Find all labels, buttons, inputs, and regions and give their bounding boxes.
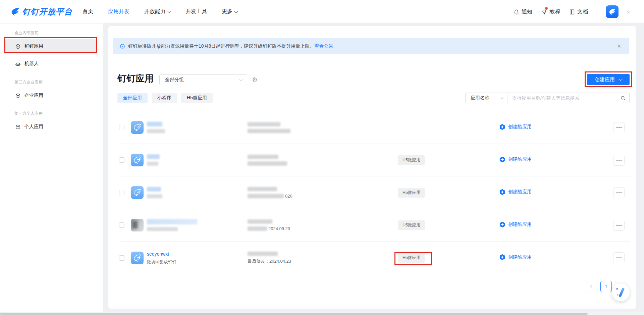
app-list: 创建酷应用 H5微应用: [108, 111, 636, 274]
banner-text: 钉钉标准版开放能力资源用量将于10月8日起进行调整，建议升级钉钉版本提升用量上限…: [128, 43, 314, 49]
h5-app-badge: H5微应用: [398, 220, 425, 230]
row-checkbox[interactable]: [119, 190, 124, 195]
nav-item-open-capability[interactable]: 开放能力: [144, 8, 171, 15]
user-avatar[interactable]: [606, 5, 619, 18]
row-checkbox[interactable]: [119, 255, 124, 261]
app-type-column: H5微应用: [388, 220, 496, 230]
notifications-button[interactable]: 通知: [513, 8, 532, 15]
create-app-button[interactable]: 创建应用: [587, 74, 630, 85]
blurred-meta: [248, 219, 272, 224]
tutorial-button[interactable]: 教程: [541, 8, 560, 15]
bell-icon: [513, 9, 520, 15]
dingtalk-open-platform-page: 钉钉开放平台 首页 应用开发 开放能力 开发工具 更多 通知 教程 文档: [0, 0, 644, 315]
app-name-column: [147, 219, 248, 231]
search-input[interactable]: [507, 95, 616, 101]
table-row: 020 H5微应用 创建酷应用: [119, 176, 630, 209]
blurred-meta: [248, 194, 284, 198]
modified-date: 最后修改：2024.04.23: [248, 258, 291, 264]
dingtalk-logo[interactable]: 钉钉开放平台: [10, 6, 72, 17]
create-cool-app-link[interactable]: 创建酷应用: [499, 189, 532, 195]
sidebar-item-enterprise-app[interactable]: 企业应用: [5, 89, 96, 103]
logo-text: 钉钉开放平台: [22, 6, 72, 17]
pagination-page-1[interactable]: 1: [600, 281, 612, 292]
modified-date: 2024.09.23: [268, 226, 290, 231]
create-cool-app-link[interactable]: 创建酷应用: [499, 254, 532, 260]
cube-icon: [15, 93, 21, 99]
h5-app-badge: H5微应用: [398, 253, 425, 263]
dingtalk-wing-icon: [608, 8, 616, 16]
chevron-left-icon: [590, 285, 593, 288]
sidebar-item-dingtalk-app[interactable]: 钉钉应用: [5, 39, 96, 53]
chevron-down-icon: [167, 9, 171, 13]
close-icon[interactable]: ×: [617, 43, 621, 49]
search-icon: [620, 95, 626, 101]
info-icon: [120, 44, 125, 49]
row-more-button[interactable]: [613, 155, 625, 166]
search-button[interactable]: [616, 95, 629, 101]
app-icon: [131, 252, 144, 264]
create-cool-app-link[interactable]: 创建酷应用: [499, 221, 532, 228]
cool-app-column: 创建酷应用: [496, 189, 563, 197]
tab-mini-program[interactable]: 小程序: [152, 93, 177, 103]
gear-icon[interactable]: ⚙: [252, 76, 258, 84]
horizontal-scrollbar[interactable]: [0, 312, 644, 315]
tab-h5-app[interactable]: H5微应用: [181, 93, 213, 103]
magic-wand-icon: [619, 287, 625, 297]
blurred-meta: [248, 129, 290, 133]
row-checkbox[interactable]: [119, 157, 124, 163]
search-field-select[interactable]: 应用名称: [466, 95, 507, 101]
document-icon: [569, 9, 575, 15]
nav-item-app-dev[interactable]: 应用开发: [108, 8, 129, 15]
banner-announcement-link[interactable]: 查看公告: [314, 43, 333, 49]
h5-app-badge: H5微应用: [398, 188, 425, 198]
cool-app-column: 创建酷应用: [496, 254, 563, 262]
tab-all-apps[interactable]: 全部应用: [117, 93, 148, 103]
blurred-app-name: [147, 154, 160, 159]
page-title: 钉钉应用: [117, 72, 154, 85]
nav-item-more[interactable]: 更多: [222, 8, 237, 15]
create-cool-app-link[interactable]: 创建酷应用: [499, 156, 532, 163]
blurred-meta: [248, 252, 278, 256]
row-more-button[interactable]: [613, 252, 625, 263]
row-more-button[interactable]: [613, 187, 625, 198]
app-subtitle: 微协同集成钉钉: [147, 259, 248, 265]
group-filter-select[interactable]: 全部分组: [159, 74, 247, 85]
cool-app-icon: [499, 221, 505, 228]
docs-button[interactable]: 文档: [569, 8, 588, 15]
dingtalk-wing-icon: [133, 156, 142, 164]
cool-app-icon: [499, 254, 505, 260]
notice-banner: 钉钉标准版开放能力资源用量将于10月8日起进行调整，建议升级钉钉版本提升用量上限…: [113, 38, 629, 54]
blurred-app-subtitle: [147, 162, 158, 166]
top-navbar: 钉钉开放平台 首页 应用开发 开放能力 开发工具 更多 通知 教程 文档: [0, 0, 644, 23]
row-checkbox[interactable]: [119, 222, 124, 228]
sidebar-item-robot[interactable]: 机器人: [5, 57, 96, 71]
navbar-right: 通知 教程 文档: [513, 0, 630, 23]
table-row: 创建酷应用: [119, 111, 630, 144]
create-cool-app-link[interactable]: 创建酷应用: [499, 124, 532, 130]
row-more-button[interactable]: [613, 122, 625, 133]
blurred-app-subtitle: [147, 194, 162, 198]
table-row: 2024.09.23 H5微应用 创建酷应用: [119, 209, 630, 242]
chevron-down-icon[interactable]: [627, 9, 630, 13]
row-more-button[interactable]: [613, 220, 625, 231]
nav-item-home[interactable]: 首页: [83, 8, 93, 15]
chevron-down-icon: [239, 77, 243, 81]
ai-assistant-button[interactable]: ✦: [612, 283, 630, 301]
blurred-meta: [248, 161, 287, 166]
table-row: H5微应用 创建酷应用: [119, 144, 630, 176]
app-type-column: H5微应用: [388, 253, 496, 263]
sidebar-item-personal-app[interactable]: 个人应用: [5, 120, 96, 134]
cool-app-icon: [499, 189, 505, 195]
row-checkbox[interactable]: [119, 125, 124, 130]
app-name-column: [147, 154, 248, 166]
nav-item-dev-tools[interactable]: 开发工具: [185, 8, 207, 15]
scrollbar-thumb[interactable]: [0, 313, 588, 315]
blurred-meta: [248, 155, 278, 159]
app-name-link[interactable]: seeyonwxt: [147, 251, 169, 257]
dingtalk-wing-icon: [133, 188, 142, 197]
main-content-card: 钉钉标准版开放能力资源用量将于10月8日起进行调整，建议升级钉钉版本提升用量上限…: [108, 26, 636, 309]
pagination-prev-button[interactable]: [586, 281, 597, 292]
cube-icon: [15, 124, 21, 130]
app-meta-column: 最后修改：2024.04.23: [248, 252, 388, 264]
sidebar-section-third-personal: 第三方个人应用: [14, 111, 103, 116]
